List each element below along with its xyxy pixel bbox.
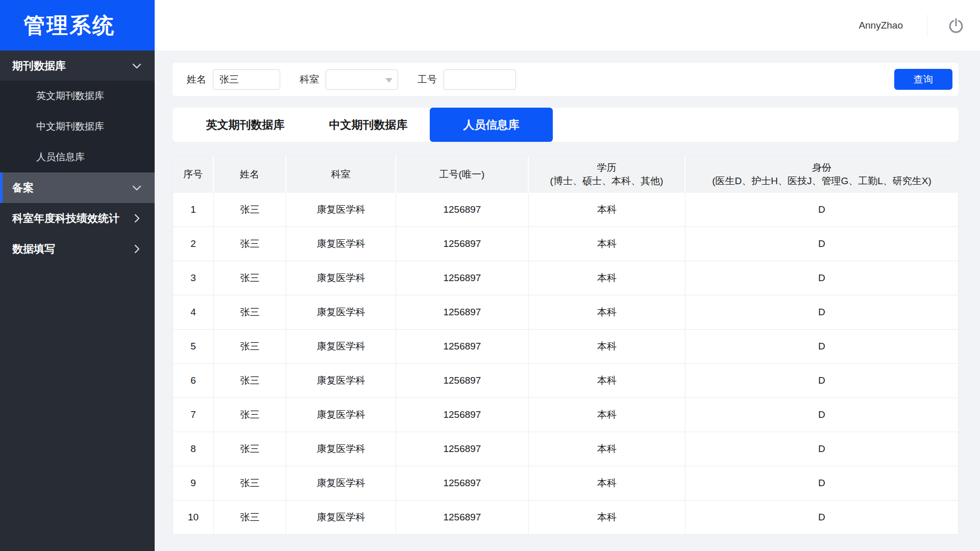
employee-id-filter-input[interactable] <box>444 69 516 90</box>
sidebar-item-data-entry[interactable]: 数据填写 <box>0 234 155 264</box>
col-header-identity-subtitle: (医生D、护士H、医技J、管理G、工勤L、研究生X) <box>685 174 958 188</box>
table-row: 2 张三 康复医学科 1256897 本科 D <box>173 227 959 261</box>
username: AnnyZhao <box>859 20 903 31</box>
cell-degree: 本科 <box>529 466 685 500</box>
cell-degree: 本科 <box>529 261 685 295</box>
cell-degree: 本科 <box>529 500 685 535</box>
cell-identity: D <box>685 398 959 432</box>
cell-name: 张三 <box>214 432 286 466</box>
cell-id: 1256897 <box>396 432 529 466</box>
cell-index: 8 <box>173 432 214 466</box>
sidebar-item-personnel-db[interactable]: 人员信息库 <box>0 142 155 172</box>
col-header-identity: 身份 (医生D、护士H、医技J、管理G、工勤L、研究生X) <box>685 156 959 193</box>
sidebar-item-label: 人员信息库 <box>36 151 85 164</box>
cell-degree: 本科 <box>529 330 685 364</box>
table-row: 9 张三 康复医学科 1256897 本科 D <box>173 466 959 500</box>
cell-name: 张三 <box>214 227 286 261</box>
header-divider <box>927 15 927 36</box>
cell-dept: 康复医学科 <box>286 193 396 227</box>
col-header-name: 姓名 <box>214 156 286 193</box>
sidebar-submenu: 英文期刊数据库 中文期刊数据库 人员信息库 <box>0 81 155 172</box>
cell-name: 张三 <box>214 295 286 330</box>
cell-name: 张三 <box>214 364 286 398</box>
cell-id: 1256897 <box>396 466 529 500</box>
cell-id: 1256897 <box>396 193 529 227</box>
col-header-dept: 科室 <box>286 156 396 193</box>
sidebar-item-label: 英文期刊数据库 <box>36 89 104 103</box>
cell-identity: D <box>685 193 959 227</box>
cell-identity: D <box>685 330 959 364</box>
cell-identity: D <box>685 500 959 535</box>
cell-index: 1 <box>173 193 214 227</box>
cell-id: 1256897 <box>396 330 529 364</box>
power-icon <box>947 17 965 34</box>
cell-degree: 本科 <box>529 398 685 432</box>
department-select[interactable] <box>326 69 398 90</box>
department-filter-label: 科室 <box>300 73 319 86</box>
cell-identity: D <box>685 364 959 398</box>
cell-index: 3 <box>173 261 214 295</box>
cell-index: 2 <box>173 227 214 261</box>
sidebar: 管理系统 期刊数据库 英文期刊数据库 中文期刊数据库 人员信息库 备案 科室年度… <box>0 0 155 551</box>
sidebar-item-english-journal-db[interactable]: 英文期刊数据库 <box>0 81 155 111</box>
top-header: AnnyZhao <box>155 0 980 51</box>
cell-id: 1256897 <box>396 364 529 398</box>
cell-id: 1256897 <box>396 295 529 330</box>
app-logo: 管理系统 <box>0 0 155 51</box>
app-logo-text: 管理系统 <box>23 11 115 40</box>
cell-identity: D <box>685 432 959 466</box>
col-header-degree-subtitle: (博士、硕士、本科、其他) <box>529 174 684 188</box>
dropdown-arrow-icon <box>385 78 393 83</box>
cell-dept: 康复医学科 <box>286 432 396 466</box>
cell-id: 1256897 <box>396 261 529 295</box>
chevron-right-icon <box>131 213 142 224</box>
chevron-down-icon <box>131 60 142 71</box>
col-header-degree: 学历 (博士、硕士、本科、其他) <box>529 156 685 193</box>
sidebar-item-journal-db[interactable]: 期刊数据库 <box>0 51 155 81</box>
sidebar-item-chinese-journal-db[interactable]: 中文期刊数据库 <box>0 111 155 142</box>
cell-name: 张三 <box>214 261 286 295</box>
search-button[interactable]: 查询 <box>894 69 952 90</box>
cell-name: 张三 <box>214 330 286 364</box>
logout-button[interactable] <box>946 15 966 36</box>
cell-identity: D <box>685 227 959 261</box>
sidebar-item-dept-annual-stats[interactable]: 科室年度科技绩效统计 <box>0 203 155 234</box>
sidebar-item-label: 期刊数据库 <box>12 59 66 73</box>
chevron-right-icon <box>131 243 142 255</box>
table-row: 6 张三 康复医学科 1256897 本科 D <box>173 364 959 398</box>
tab-chinese-journal-db[interactable]: 中文期刊数据库 <box>307 108 430 142</box>
name-filter-input[interactable] <box>213 69 280 90</box>
cell-degree: 本科 <box>529 432 685 466</box>
table-row: 10 张三 康复医学科 1256897 本科 D <box>173 500 959 535</box>
tab-label: 中文期刊数据库 <box>329 117 408 133</box>
name-filter-label: 姓名 <box>187 73 206 86</box>
cell-degree: 本科 <box>529 364 685 398</box>
tab-label: 英文期刊数据库 <box>206 117 285 133</box>
personnel-table: 序号 姓名 科室 工号(唯一) 学历 (博士、硕士、本科、其他) 身份 (医生D… <box>173 156 959 535</box>
table-row: 4 张三 康复医学科 1256897 本科 D <box>173 295 959 330</box>
cell-dept: 康复医学科 <box>286 364 396 398</box>
cell-dept: 康复医学科 <box>286 398 396 432</box>
table-row: 1 张三 康复医学科 1256897 本科 D <box>173 193 959 227</box>
cell-name: 张三 <box>214 398 286 432</box>
cell-identity: D <box>685 466 959 500</box>
cell-identity: D <box>685 261 959 295</box>
cell-name: 张三 <box>214 193 286 227</box>
cell-degree: 本科 <box>529 227 685 261</box>
col-header-index: 序号 <box>173 156 214 193</box>
cell-dept: 康复医学科 <box>286 227 396 261</box>
cell-name: 张三 <box>214 500 286 535</box>
table-row: 3 张三 康复医学科 1256897 本科 D <box>173 261 959 295</box>
tab-personnel-db[interactable]: 人员信息库 <box>430 108 553 142</box>
cell-index: 9 <box>173 466 214 500</box>
sidebar-item-filing[interactable]: 备案 <box>0 172 155 203</box>
cell-name: 张三 <box>214 466 286 500</box>
sidebar-item-label: 备案 <box>12 181 34 195</box>
col-header-id: 工号(唯一) <box>396 156 529 193</box>
cell-index: 10 <box>173 500 214 535</box>
cell-id: 1256897 <box>396 398 529 432</box>
col-header-identity-title: 身份 <box>685 161 958 174</box>
cell-degree: 本科 <box>529 193 685 227</box>
tab-english-journal-db[interactable]: 英文期刊数据库 <box>184 108 307 142</box>
cell-index: 6 <box>173 364 214 398</box>
